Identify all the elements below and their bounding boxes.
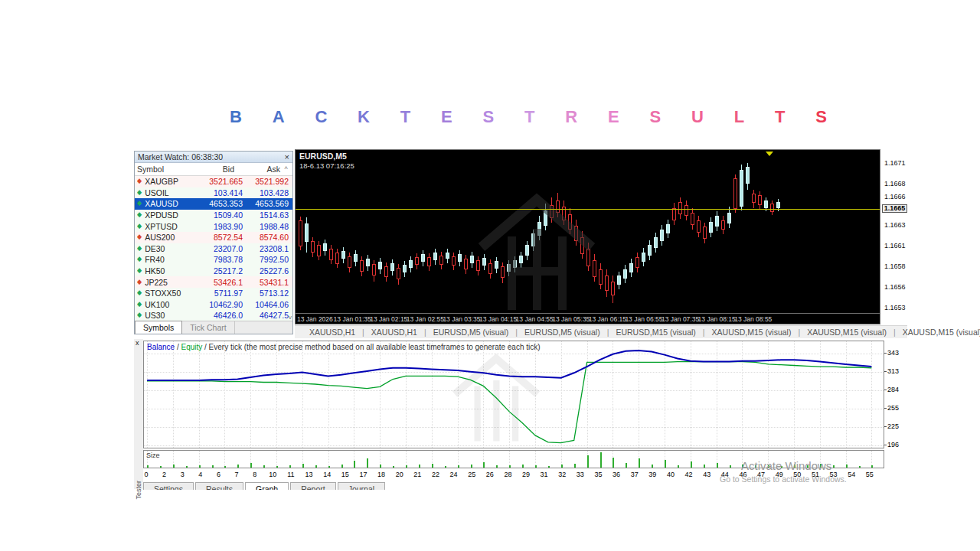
chart-tab[interactable]: EURUSD,M15 (visual) (609, 328, 702, 337)
chart-tab[interactable]: XAUUSD,H1 (364, 328, 424, 337)
price-axis-label: 1.1658 (884, 262, 906, 270)
candle-body (635, 257, 639, 268)
price-axis-label: 1.1666 (884, 193, 906, 201)
market-watch-row[interactable]: ◆XPDUSD1509.401514.63 (135, 210, 292, 221)
market-watch-row[interactable]: ◆UK10010462.9010464.06 (135, 299, 292, 311)
column-ask[interactable]: Ask (234, 165, 282, 174)
arrow-down-icon: ◆ (137, 279, 142, 285)
size-bar (354, 461, 355, 468)
bid-value: 103.414 (192, 188, 243, 197)
title-letter: S (483, 107, 495, 127)
chart-tab[interactable]: XAUUSD,M15 (visual) (705, 328, 799, 337)
time-axis-label: 13 Jan 06:55 (625, 315, 662, 323)
candlestick-chart[interactable]: EURUSD,M5 18-6.13 07:16:25 13 Jan 202613… (295, 149, 880, 324)
activate-windows-text: Activate Windows (741, 459, 831, 472)
market-watch-row[interactable]: ◆JP22553426.153431.1 (135, 276, 292, 288)
market-watch-row[interactable]: ◆HK5025217.225227.6 (135, 266, 292, 277)
graph-x-label: 35 (591, 471, 606, 478)
price-axis-label: 1.1661 (884, 242, 906, 249)
size-bar (626, 463, 627, 468)
chart-tab[interactable]: XAUUSD,M15 (visual) (800, 328, 893, 337)
market-watch-row[interactable]: ◆FR407983.787992.50 (135, 254, 292, 266)
candle-body (317, 245, 321, 256)
ask-value: 7992.50 (243, 255, 290, 264)
size-bar (704, 465, 705, 468)
candle-body (366, 259, 370, 266)
tester-tab-graph[interactable]: Graph (245, 482, 289, 490)
candle-body (372, 264, 376, 276)
column-symbol[interactable]: Symbol (137, 165, 184, 174)
candle-body (776, 202, 780, 208)
chart-tab[interactable]: EURUSD,M5 (visual) (426, 328, 516, 337)
bid-value: 5711.97 (192, 289, 243, 298)
graph-x-label: 14 (319, 471, 335, 478)
size-bar (548, 466, 550, 468)
market-watch-row[interactable]: ◆AUS2008572.548574.60 (135, 232, 292, 243)
tester-tab-settings[interactable]: Settings (143, 482, 194, 490)
scroll-up-icon[interactable]: ^ (282, 165, 290, 173)
bid-value: 8572.54 (192, 233, 243, 242)
candle-body (329, 249, 333, 260)
candle-body (654, 237, 658, 248)
time-axis-label: 13 Jan 01:35 (334, 315, 371, 323)
graph-x-label: 39 (645, 471, 660, 478)
size-bar (147, 465, 149, 468)
symbol-name: JP225 (145, 278, 168, 287)
chart-tab[interactable]: XAUUSD,H1 (302, 328, 362, 337)
size-bar (691, 461, 692, 468)
candle-body (764, 201, 768, 208)
time-axis: 13 Jan 202613 Jan 01:3513 Jan 02:1513 Ja… (296, 313, 880, 324)
arrow-up-icon: ◆ (137, 189, 142, 196)
size-bar (432, 464, 433, 468)
size-bar (237, 465, 239, 468)
graph-y-tick (884, 371, 887, 372)
tester-tab-report[interactable]: Report (290, 482, 336, 490)
graph-x-label: 18 (374, 471, 389, 478)
candle-body (360, 260, 364, 272)
column-bid[interactable]: Bid (184, 165, 234, 174)
market-watch-row[interactable]: ◆DE3023207.023208.1 (135, 243, 292, 255)
market-watch-row[interactable]: ◆USOIL103.414103.428 (135, 187, 292, 199)
market-watch-row[interactable]: ◆US3046426.046427.5 (135, 310, 292, 321)
ask-value: 5713.12 (243, 289, 290, 298)
market-watch-row[interactable]: ◆XPTUSD1983.901988.48 (135, 220, 292, 232)
candle-body (715, 216, 719, 227)
tester-tab-journal[interactable]: Journal (338, 482, 385, 490)
candle-body (348, 256, 351, 268)
size-bar (380, 465, 381, 468)
chart-tab[interactable]: XAUUSD,M15 (visual) (896, 328, 980, 337)
title-letter: L (734, 107, 744, 127)
graph-x-label: 40 (663, 471, 678, 478)
backtest-graph[interactable]: Balance / Equity / Every tick (the most … (143, 341, 884, 448)
close-icon[interactable]: × (285, 153, 289, 161)
size-bar (289, 465, 291, 468)
market-watch-row[interactable]: ◆XAUGBP3521.6653521.992 (135, 176, 292, 187)
tester-side-strip: x Tester (134, 339, 143, 489)
graph-y-label: 225 (887, 422, 899, 430)
market-watch-row[interactable]: ◆XAUUSD4653.3534653.569 (135, 198, 292, 210)
gridline-vertical (328, 451, 329, 468)
market-watch-tab-symbols[interactable]: Symbols (135, 321, 182, 334)
size-bar (612, 458, 614, 468)
candle-body (464, 259, 468, 269)
chart-shift-marker-icon[interactable] (766, 152, 773, 156)
candle-body (452, 256, 456, 266)
candle-body (470, 256, 474, 263)
market-watch-tab-tick-chart[interactable]: Tick Chart (182, 321, 234, 334)
scroll-down-icon[interactable]: v (289, 314, 292, 321)
candle-body (305, 223, 309, 242)
symbol-cell: ◆XPTUSD (137, 222, 192, 231)
candle-body (703, 227, 707, 239)
candle-body (770, 204, 774, 212)
size-bar (173, 465, 175, 468)
candle-body (727, 213, 731, 223)
size-bar (276, 466, 278, 468)
arrow-up-icon: ◆ (137, 256, 142, 263)
time-axis-label: 13 Jan 2026 (297, 315, 333, 323)
chart-tab[interactable]: EURUSD,M5 (visual) (518, 328, 607, 337)
market-watch-row[interactable]: ◆STOXX505711.975713.12 (135, 288, 292, 299)
graph-x-label: 3 (175, 471, 190, 478)
tester-close-icon[interactable]: x (136, 340, 139, 347)
symbol-cell: ◆UK100 (137, 300, 192, 309)
tester-tab-results[interactable]: Results (195, 482, 243, 490)
